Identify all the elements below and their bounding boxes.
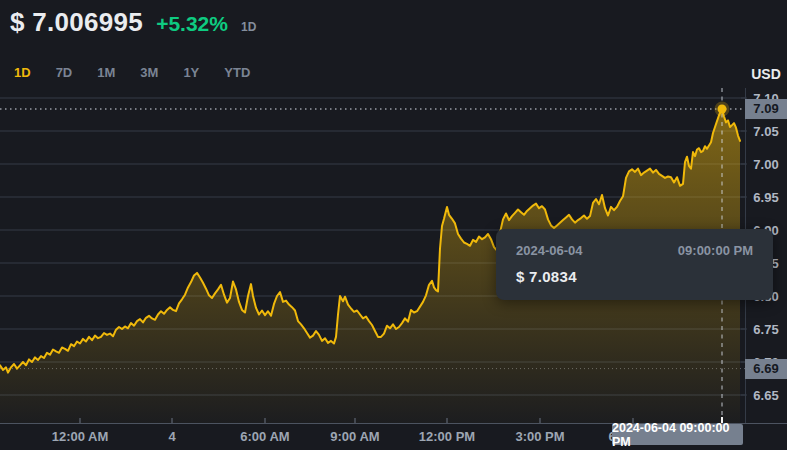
y-axis-label: 7.00 — [746, 157, 786, 172]
x-axis-label: 4 — [168, 429, 175, 444]
open-price-axis-badge: 6.69 — [745, 359, 787, 379]
current-price-axis-badge: 7.09 — [745, 99, 787, 119]
tab-ytd[interactable]: YTD — [224, 65, 250, 80]
period-indicator: 1D — [241, 20, 256, 34]
y-axis-label: 7.05 — [746, 124, 786, 139]
x-axis-label: 12:00 AM — [52, 429, 109, 444]
x-axis-label: 6:00 AM — [240, 429, 289, 444]
marker-dot — [718, 105, 727, 114]
timeframe-tabs: 1D 7D 1M 3M 1Y YTD — [14, 65, 250, 80]
tooltip-price: $ 7.0834 — [516, 268, 753, 285]
price-change-percent: +5.32% — [156, 12, 228, 36]
current-price: $ 7.006995 — [10, 7, 143, 38]
price-header: $ 7.006995 +5.32% 1D — [10, 7, 256, 38]
tab-7d[interactable]: 7D — [56, 65, 73, 80]
chart-tooltip: 2024-06-04 09:00:00 PM $ 7.0834 — [496, 229, 773, 300]
tab-1d[interactable]: 1D — [14, 65, 31, 80]
y-axis-label: 6.75 — [746, 322, 786, 337]
tab-3m[interactable]: 3M — [140, 65, 158, 80]
x-axis-label: 3:00 PM — [515, 429, 564, 444]
y-axis-label: 6.65 — [746, 388, 786, 403]
tab-1m[interactable]: 1M — [97, 65, 115, 80]
tab-1y[interactable]: 1Y — [183, 65, 199, 80]
x-axis-label: 9:00 AM — [330, 429, 379, 444]
y-axis-label: 6.95 — [746, 190, 786, 205]
tooltip-date: 2024-06-04 — [516, 243, 583, 258]
crosshair-date-badge: 2024-06-04 09:00:00 PM — [612, 424, 743, 445]
x-axis-label: 12:00 PM — [419, 429, 475, 444]
tooltip-time: 09:00:00 PM — [678, 243, 753, 258]
y-axis-unit-label: USD — [746, 66, 786, 82]
